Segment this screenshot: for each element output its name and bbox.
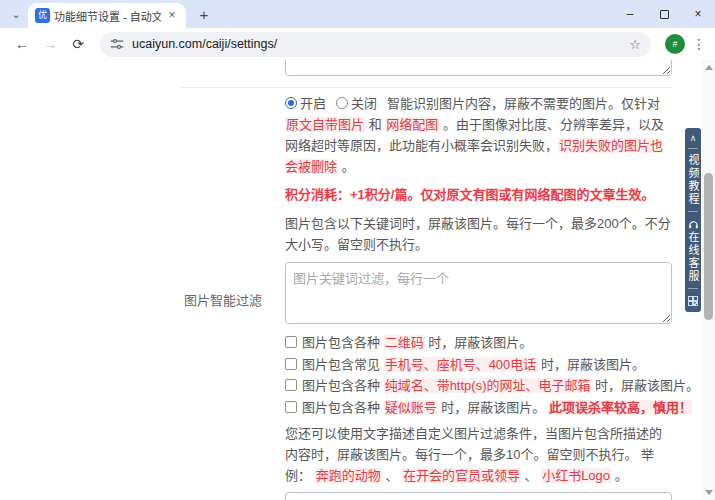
browser-toolbar: ← → ⟳ ucaiyun.com/caiji/settings/ ☆ # ⋮ — [0, 28, 715, 60]
reload-icon[interactable]: ⟳ — [67, 33, 89, 55]
profile-avatar[interactable]: # — [665, 34, 685, 54]
custom-example-officials: 在开会的官员或领导 — [402, 468, 521, 483]
collapse-chevron-icon[interactable]: ∧ — [690, 133, 697, 143]
tab-close-icon[interactable]: × — [165, 9, 179, 23]
window-close-button[interactable]: × — [681, 0, 715, 28]
intro-text: 。 — [338, 159, 355, 174]
intro-text: 智能识别图片内容，屏蔽不需要的图片。仅针对 — [387, 96, 660, 111]
account-checkbox[interactable] — [285, 401, 297, 413]
custom-filter-paragraph: 您还可以使用文字描述自定义图片过滤条件，当图片包含所描述的内容时，屏蔽该图片。每… — [285, 423, 674, 486]
checkbox-highlight: 疑似账号 — [384, 400, 438, 415]
checkbox-text: 图片包含各种 — [302, 400, 384, 415]
custom-text: 、 — [521, 468, 541, 483]
browser-tab[interactable]: 优 功能细节设置 - 自动文章采集 × — [28, 3, 186, 28]
scroll-up-icon[interactable] — [705, 65, 713, 70]
custom-image-filter-textarea[interactable] — [285, 492, 672, 500]
bookmark-star-icon[interactable]: ☆ — [629, 37, 641, 52]
checkbox-row-url-email: 图片包含各种 纯域名、带http(s)的网址、电子邮箱 时，屏蔽该图片。 — [285, 375, 674, 397]
new-tab-button[interactable]: + — [195, 6, 213, 24]
checkbox-text: 图片包含各种 — [302, 335, 384, 350]
window-controls: – × — [613, 0, 715, 28]
custom-example-logo: 小红书Logo — [541, 468, 611, 483]
intro-highlight-original-images: 原文自带图片 — [285, 117, 365, 132]
qrcode-icon[interactable] — [688, 296, 698, 306]
checkbox-row-account: 图片包含各种 疑似账号 时，屏蔽该图片。 此项误杀率较高，慎用！ — [285, 397, 674, 419]
floating-side-panel: ∧ 视频教程 在线客服 — [685, 128, 701, 312]
site-info-icon[interactable] — [110, 37, 124, 51]
back-icon[interactable]: ← — [11, 33, 33, 55]
radio-on-label[interactable]: 开启 — [300, 96, 326, 111]
custom-example-running-animals: 奔跑的动物 — [315, 468, 382, 483]
online-service-button[interactable]: 在线客服 — [685, 231, 701, 283]
radio-off-label[interactable]: 关闭 — [351, 96, 377, 111]
points-cost-note: 积分消耗：+1积分/篇。仅对原文有图或有网络配图的文章生效。 — [285, 184, 674, 205]
intro-text: 和 — [365, 117, 385, 132]
url-bar[interactable]: ucaiyun.com/caiji/settings/ ☆ — [100, 32, 651, 57]
window-minimize-button[interactable]: – — [613, 0, 647, 28]
checkbox-highlight: 二维码 — [384, 335, 425, 350]
checkbox-highlight: 纯域名、带http(s)的网址、电子邮箱 — [384, 378, 592, 393]
radio-off-unselected[interactable] — [336, 97, 348, 109]
url-email-checkbox[interactable] — [285, 379, 297, 391]
field-label-image-smart-filter: 图片智能过滤 — [184, 290, 262, 309]
tab-favicon: 优 — [35, 8, 50, 23]
video-tutorial-button[interactable]: 视频教程 — [685, 154, 701, 206]
panel-divider — [688, 211, 698, 212]
smart-recognition-paragraph: 开启关闭智能识别图片内容，屏蔽不需要的图片。仅针对 原文自带图片 和 网络配图 … — [285, 93, 674, 177]
scrollbar-thumb[interactable] — [704, 173, 713, 320]
checkbox-text: 时，屏蔽该图片。 — [425, 335, 533, 350]
image-filter-settings: 开启关闭智能识别图片内容，屏蔽不需要的图片。仅针对 原文自带图片 和 网络配图 … — [285, 93, 674, 500]
section-divider — [180, 87, 672, 88]
window-maximize-button[interactable] — [647, 0, 681, 28]
panel-divider — [688, 148, 698, 149]
url-text: ucaiyun.com/caiji/settings/ — [132, 37, 623, 51]
scroll-down-icon[interactable] — [705, 490, 713, 495]
phone-checkbox[interactable] — [285, 358, 297, 370]
tabstrip-chevron-icon[interactable]: ⌄ — [8, 7, 24, 23]
checkbox-row-qrcode: 图片包含各种 二维码 时，屏蔽该图片。 — [285, 332, 674, 354]
maximize-icon — [660, 10, 669, 19]
radio-on-selected[interactable] — [285, 97, 297, 109]
checkbox-row-phone: 图片包含常见 手机号、座机号、400电话 时，屏蔽该图片。 — [285, 354, 674, 376]
headset-icon — [688, 219, 699, 229]
checkbox-text: 图片包含常见 — [302, 357, 384, 372]
image-keyword-filter-textarea[interactable] — [285, 262, 672, 324]
browser-window: ⌄ 优 功能细节设置 - 自动文章采集 × + – × ← → ⟳ ucaiyu… — [0, 0, 715, 500]
page-viewport: 图片智能过滤 开启关闭智能识别图片内容，屏蔽不需要的图片。仅针对 原文自带图片 … — [0, 60, 715, 500]
checkbox-text: 时，屏蔽该图片。 — [537, 357, 645, 372]
checkbox-text: 时，屏蔽该图片。 — [591, 378, 699, 393]
panel-divider — [688, 288, 698, 289]
qrcode-checkbox[interactable] — [285, 336, 297, 348]
smart-filter-checkbox-group: 图片包含各种 二维码 时，屏蔽该图片。 图片包含常见 手机号、座机号、400电话… — [285, 332, 674, 418]
page-scrollbar[interactable] — [702, 60, 715, 500]
checkbox-text: 图片包含各种 — [302, 378, 384, 393]
previous-setting-textarea[interactable] — [285, 60, 672, 76]
custom-text: 、 — [382, 468, 402, 483]
custom-text: 。 — [611, 468, 628, 483]
keyword-filter-hint: 图片包含以下关键词时，屏蔽该图片。每行一个，最多200个。不分大小写。留空则不执… — [285, 213, 674, 255]
browser-menu-icon[interactable]: ⋮ — [691, 36, 707, 52]
checkbox-highlight: 手机号、座机号、400电话 — [384, 357, 538, 372]
forward-icon[interactable]: → — [39, 33, 61, 55]
intro-highlight-network-images: 网络配图 — [385, 117, 439, 132]
checkbox-text: 时，屏蔽该图片。 — [438, 400, 549, 415]
checkbox-warning: 此项误杀率较高，慎用！ — [549, 400, 692, 415]
browser-titlebar: ⌄ 优 功能细节设置 - 自动文章采集 × + – × — [0, 0, 715, 28]
tab-title: 功能细节设置 - 自动文章采集 — [54, 8, 161, 24]
